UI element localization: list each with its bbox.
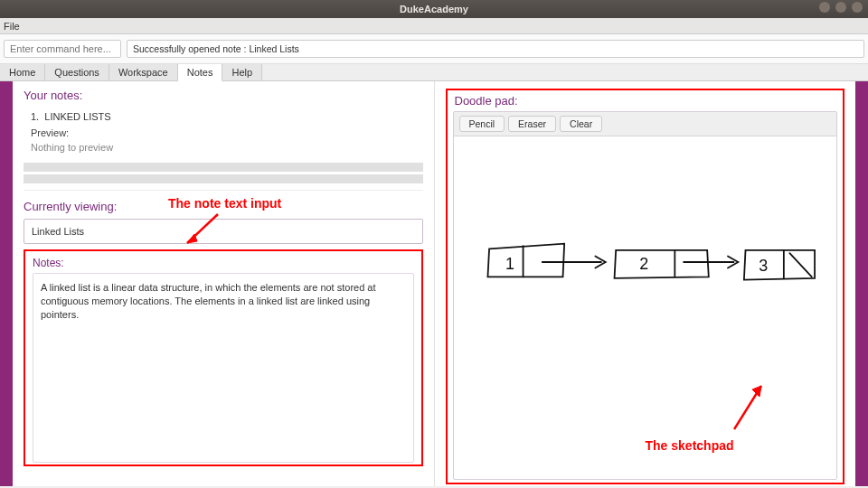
close-icon[interactable]	[852, 2, 863, 13]
tab-home[interactable]: Home	[0, 64, 45, 80]
right-accent	[855, 81, 868, 486]
doodle-heading: Doodle pad:	[455, 94, 838, 108]
doodle-drawing: 1 2	[454, 136, 837, 479]
left-column: Your notes: 1. LINKED LISTS Preview: Not…	[13, 81, 435, 486]
window-title: DukeAcademy	[400, 4, 468, 14]
annotation-note-input: The note text input	[168, 196, 281, 211]
maximize-icon[interactable]	[835, 2, 846, 13]
tab-workspace[interactable]: Workspace	[109, 64, 178, 80]
left-accent	[0, 81, 13, 486]
notes-heading: Notes:	[33, 257, 414, 269]
svg-text:2: 2	[639, 255, 648, 273]
list-divider	[24, 163, 423, 172]
pencil-button[interactable]: Pencil	[459, 116, 505, 132]
tab-help[interactable]: Help	[222, 64, 262, 80]
status-message: Successfully opened note : Linked Lists	[127, 40, 864, 58]
menu-file[interactable]: File	[4, 21, 20, 32]
your-notes-heading: Your notes:	[24, 89, 423, 102]
clear-button[interactable]: Clear	[560, 116, 602, 132]
tab-bar: Home Questions Workspace Notes Help	[0, 64, 868, 81]
command-row: Successfully opened note : Linked Lists	[0, 34, 868, 64]
command-input[interactable]	[4, 40, 121, 58]
menu-bar: File	[0, 18, 868, 34]
workarea: Your notes: 1. LINKED LISTS Preview: Not…	[0, 81, 868, 486]
annotation-sketchpad: The sketchpad	[646, 438, 734, 453]
window-buttons	[819, 2, 863, 13]
doodle-toolbar: Pencil Eraser Clear	[454, 112, 837, 136]
tab-notes[interactable]: Notes	[178, 64, 223, 81]
annotation-arrow-icon	[725, 380, 770, 435]
sketch-canvas[interactable]: 1 2	[454, 136, 837, 479]
window-titlebar: DukeAcademy	[0, 0, 868, 18]
annotation-arrow-icon	[182, 212, 227, 249]
preview-label: Preview:	[24, 126, 423, 140]
notes-list: 1. LINKED LISTS Preview: Nothing to prev…	[24, 108, 423, 191]
preview-empty-text: Nothing to preview	[24, 140, 423, 160]
minimize-icon[interactable]	[819, 2, 830, 13]
notes-editor-callout: Notes:	[24, 249, 423, 466]
right-column: Doodle pad: Pencil Eraser Clear 1	[435, 81, 856, 486]
svg-text:1: 1	[505, 255, 514, 273]
doodle-callout: Doodle pad: Pencil Eraser Clear 1	[446, 89, 845, 484]
notes-textarea[interactable]	[33, 273, 414, 463]
doodle-panel: Pencil Eraser Clear 1	[453, 111, 838, 480]
eraser-button[interactable]: Eraser	[508, 116, 556, 132]
note-list-item[interactable]: 1. LINKED LISTS	[24, 108, 423, 126]
svg-text:3: 3	[759, 257, 768, 275]
tab-questions[interactable]: Questions	[45, 64, 109, 80]
list-divider	[24, 174, 423, 183]
